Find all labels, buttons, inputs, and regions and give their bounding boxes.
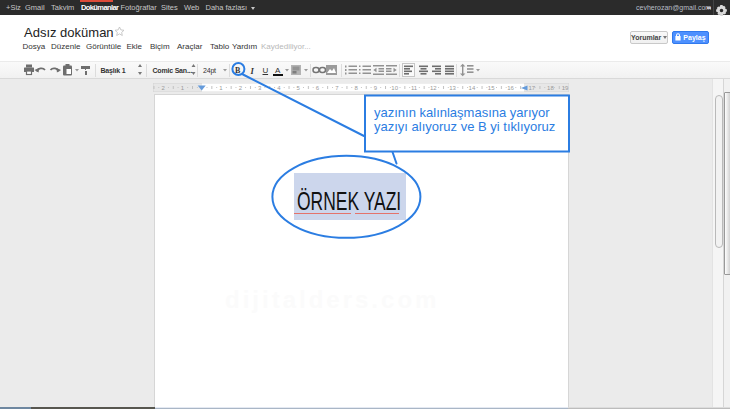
svg-text:yazının kalınlaşmasına yarıyor: yazının kalınlaşmasına yarıyor bbox=[374, 105, 550, 120]
svg-text:yazıyı alıyoruz ve B yi tıklıy: yazıyı alıyoruz ve B yi tıklıyoruz bbox=[374, 119, 555, 134]
